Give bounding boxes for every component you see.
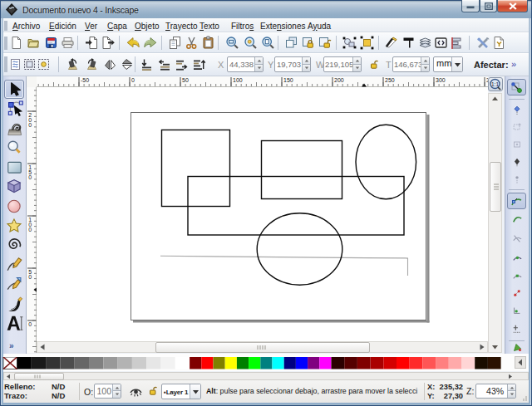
svg-text:50: 50 bbox=[182, 77, 189, 83]
svg-text:300: 300 bbox=[436, 77, 446, 83]
svg-text:0: 0 bbox=[28, 321, 32, 327]
svg-text:0: 0 bbox=[28, 274, 32, 280]
svg-text:150: 150 bbox=[283, 77, 293, 83]
svg-text:0: 0 bbox=[28, 227, 32, 232]
svg-text:0: 0 bbox=[131, 77, 135, 83]
svg-text:-50: -50 bbox=[81, 77, 89, 83]
svg-text:1:1: 1:1 bbox=[491, 81, 499, 87]
svg-text:200: 200 bbox=[334, 77, 344, 83]
svg-text:250: 250 bbox=[385, 77, 395, 83]
svg-text:100: 100 bbox=[233, 77, 243, 83]
svg-text:0: 0 bbox=[28, 122, 32, 128]
svg-text:0: 0 bbox=[28, 174, 32, 180]
